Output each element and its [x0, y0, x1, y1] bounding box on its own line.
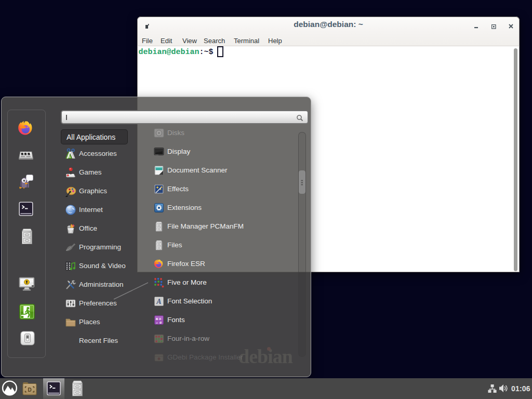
- svg-text:D: D: [28, 387, 31, 393]
- svg-text:A: A: [156, 298, 161, 305]
- svg-text:a: a: [156, 321, 158, 325]
- svg-text:a: a: [156, 317, 158, 321]
- svg-text:a: a: [159, 320, 162, 325]
